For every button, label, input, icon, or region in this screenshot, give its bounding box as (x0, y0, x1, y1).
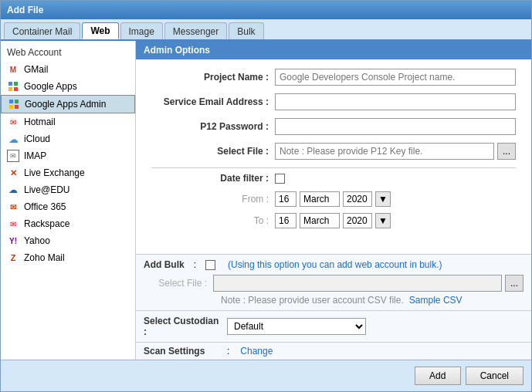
to-year-input[interactable] (343, 213, 372, 228)
icloud-icon: ☁ (7, 133, 19, 145)
bulk-section: Add Bulk : (Using this option you can ad… (136, 254, 531, 310)
to-date-picker: ▼ (275, 213, 391, 228)
scan-settings-label: Scan Settings (144, 346, 221, 357)
to-date-row: To : ▼ (151, 213, 516, 228)
select-file-label: Select File : (151, 146, 275, 157)
select-file-bulk-row: Select File : ... (144, 275, 524, 292)
tab-web[interactable]: Web (82, 22, 118, 39)
browse-file-button[interactable]: ... (497, 143, 516, 160)
p12-password-label: P12 Password : (151, 121, 275, 132)
svg-rect-1 (14, 82, 18, 86)
from-date-row: From : ▼ (151, 191, 516, 207)
add-bulk-checkbox[interactable] (205, 260, 215, 270)
custodian-select[interactable]: Default (227, 318, 366, 335)
list-item-imap[interactable]: ✉ IMAP (1, 147, 135, 164)
web-account-header: Web Account (1, 44, 135, 61)
list-item-live-exchange[interactable]: ✕ Live Exchange (1, 164, 135, 181)
google-apps-admin-icon (8, 98, 20, 110)
right-panel: Admin Options Project Name : Service Ema… (136, 41, 531, 360)
svg-rect-3 (14, 87, 18, 91)
to-date-picker-button[interactable]: ▼ (375, 213, 391, 228)
svg-rect-5 (15, 100, 19, 103)
service-email-row: Service Email Address : (151, 93, 516, 110)
list-item-zoho-mail[interactable]: Z Zoho Mail (1, 249, 135, 266)
project-name-label: Project Name : (151, 72, 275, 83)
bulk-note: Note : Please provide user account CSV f… (144, 295, 524, 306)
service-email-label: Service Email Address : (151, 96, 275, 107)
office-365-icon: ✉ (7, 201, 19, 213)
to-day-input[interactable] (275, 213, 296, 228)
tab-bulk[interactable]: Bulk (229, 22, 263, 39)
from-date-picker-button[interactable]: ▼ (375, 191, 391, 207)
svg-rect-7 (15, 105, 19, 109)
custodian-label: Select Custodian : (144, 316, 221, 337)
add-file-window: Add File Container Mail Web Image Messen… (0, 0, 532, 392)
svg-rect-2 (8, 87, 12, 91)
hotmail-icon: ✉ (7, 116, 19, 128)
date-filter-checkbox[interactable] (275, 174, 285, 184)
from-label: From : (151, 194, 275, 204)
add-bulk-label: Add Bulk (144, 259, 185, 270)
list-item-hotmail[interactable]: ✉ Hotmail (1, 113, 135, 130)
from-year-input[interactable] (343, 191, 372, 207)
admin-options-header: Admin Options (136, 41, 531, 59)
yahoo-icon: Y! (7, 235, 19, 247)
live-edu-icon: ☁ (7, 184, 19, 196)
window-title: Add File (7, 5, 43, 15)
to-month-input[interactable] (300, 213, 340, 228)
list-item-google-apps-admin[interactable]: Google Apps Admin (1, 95, 135, 113)
tab-messenger[interactable]: Messenger (164, 22, 227, 39)
bulk-help-text: (Using this option you can add web accou… (228, 259, 442, 270)
add-bulk-row: Add Bulk : (Using this option you can ad… (144, 259, 524, 270)
tab-image[interactable]: Image (120, 22, 163, 39)
list-item-office-365[interactable]: ✉ Office 365 (1, 198, 135, 215)
svg-rect-4 (9, 100, 13, 103)
svg-rect-0 (8, 82, 12, 86)
imap-icon: ✉ (7, 150, 19, 162)
admin-options-body: Project Name : Service Email Address : P… (136, 59, 531, 254)
list-item-rackspace[interactable]: ✉ Rackspace (1, 215, 135, 232)
rackspace-icon: ✉ (7, 218, 19, 230)
tab-bar: Container Mail Web Image Messenger Bulk (1, 19, 531, 41)
scan-settings-change-link[interactable]: Change (240, 346, 273, 357)
custodian-row: Select Custodian : Default (136, 310, 531, 342)
select-file-bulk-label: Select File : (144, 278, 213, 289)
left-panel: Web Account M GMail Google Apps (1, 41, 136, 360)
action-bar: Add Cancel (1, 360, 531, 391)
service-email-input[interactable] (275, 93, 516, 110)
from-day-input[interactable] (275, 191, 296, 207)
tab-container-mail[interactable]: Container Mail (4, 22, 80, 39)
to-label: To : (151, 215, 275, 226)
project-name-row: Project Name : (151, 69, 516, 86)
content-area: Web Account M GMail Google Apps (1, 41, 531, 360)
date-filter-row: Date filter : (151, 173, 516, 184)
live-exchange-icon: ✕ (7, 167, 19, 179)
gmail-icon: M (7, 63, 19, 76)
browse-bulk-file-button[interactable]: ... (505, 275, 524, 292)
svg-rect-6 (9, 105, 13, 109)
scan-settings-row: Scan Settings : Change (136, 342, 531, 360)
sample-csv-link[interactable]: Sample CSV (409, 295, 463, 306)
zoho-mail-icon: Z (7, 252, 19, 264)
list-item-yahoo[interactable]: Y! Yahoo (1, 232, 135, 249)
select-file-input[interactable] (275, 143, 494, 160)
from-month-input[interactable] (300, 191, 340, 207)
date-filter-label: Date filter : (151, 173, 275, 184)
list-item-gmail[interactable]: M GMail (1, 61, 135, 78)
divider (151, 167, 516, 168)
cancel-button[interactable]: Cancel (466, 367, 524, 385)
p12-password-input[interactable] (275, 118, 516, 135)
list-item-icloud[interactable]: ☁ iCloud (1, 130, 135, 147)
list-item-google-apps[interactable]: Google Apps (1, 78, 135, 95)
add-button[interactable]: Add (415, 367, 461, 385)
list-item-live-edu[interactable]: ☁ Live@EDU (1, 181, 135, 198)
project-name-input[interactable] (275, 69, 516, 86)
from-date-picker: ▼ (275, 191, 391, 207)
title-bar: Add File (1, 1, 531, 19)
select-file-bulk-input[interactable] (213, 275, 502, 292)
google-apps-icon (7, 80, 19, 93)
select-file-row: Select File : ... (151, 143, 516, 160)
p12-password-row: P12 Password : (151, 118, 516, 135)
